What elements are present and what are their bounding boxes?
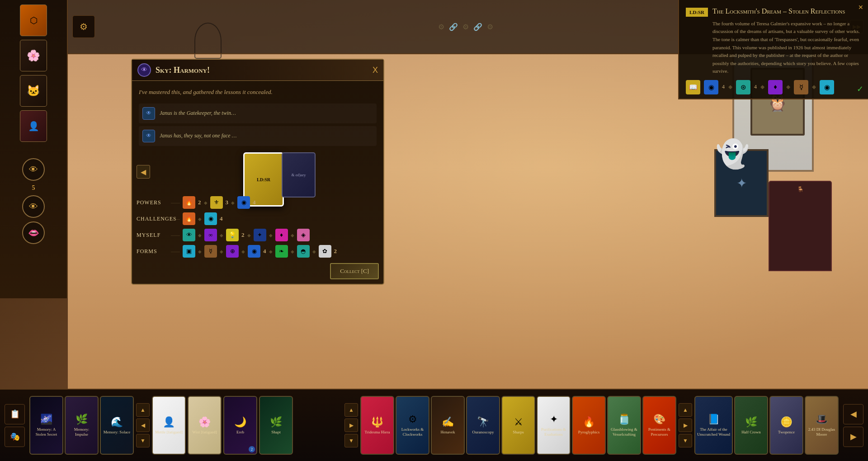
card-wist[interactable]: 🌸 Wist [fatigued] bbox=[188, 396, 222, 455]
lesson-1-text: Janus is the Gatekeeper, the twin… bbox=[160, 110, 236, 117]
dialog-title: Sky: Harmony! bbox=[156, 66, 368, 75]
card-ereb[interactable]: 🌙 Ereb 2 bbox=[223, 396, 257, 455]
myself-icon-4: ✦ bbox=[254, 229, 266, 241]
displayed-card-label: LD:SR bbox=[257, 177, 270, 182]
second-card-text: & ed)ary bbox=[291, 173, 306, 177]
challenges-icon-1: 🔥 bbox=[183, 212, 195, 225]
card-halfcrown[interactable]: 🌿 Half Crown bbox=[734, 396, 768, 455]
scroll-up-btn-2[interactable]: ▲ bbox=[344, 403, 358, 417]
purifications-label: Purifications & Exaltations bbox=[539, 427, 568, 437]
bottom-right-btn-1[interactable]: ◀ bbox=[843, 404, 863, 424]
glassblowing-icon: 🫙 bbox=[618, 414, 630, 425]
bottom-right-btn-2[interactable]: ▶ bbox=[843, 427, 863, 447]
memory-card-impulse[interactable]: 🌿 Memory: Impulse bbox=[65, 396, 99, 455]
card-shapt[interactable]: 🌿 Shapt bbox=[259, 396, 293, 455]
forms-val-2: 2 bbox=[334, 248, 337, 255]
memory-card-solace[interactable]: 🌊 Memory: Solace bbox=[100, 396, 134, 455]
req-icon-6: ◉ bbox=[820, 80, 834, 94]
sidebar-card-4[interactable]: 👤 bbox=[20, 110, 47, 142]
req-icon-1: 📖 bbox=[686, 80, 700, 94]
card-tridesma[interactable]: 🔱 Tridesma Hiera bbox=[360, 396, 394, 455]
halfcrown-label: Half Crown bbox=[741, 430, 761, 435]
card-sharps[interactable]: ⚔ Sharps bbox=[501, 396, 535, 455]
douglas-label: 2.43 DI Douglas Moore bbox=[807, 427, 836, 437]
lockworks-icon: ⚙ bbox=[408, 414, 417, 425]
dialog-nav-arrow[interactable]: ◀ bbox=[137, 165, 150, 179]
scroll-down-btn[interactable]: ▼ bbox=[136, 434, 150, 447]
mid-scroll-controls: ▲ ▶ ▼ bbox=[344, 403, 358, 447]
tridesma-label: Tridesma Hiera bbox=[365, 430, 390, 435]
sharps-icon: ⚔ bbox=[514, 416, 523, 428]
card-affair[interactable]: 📘 The Affair of the Unscratched Wound bbox=[694, 396, 733, 455]
card-purifications[interactable]: ✦ Purifications & Exaltations bbox=[537, 396, 571, 455]
card-pyroglyphics[interactable]: 🔥 Pyroglyphics bbox=[572, 396, 606, 455]
card-lockworks[interactable]: ⚙ Lockworks & Clockworks bbox=[396, 396, 429, 455]
book-description: The fourth volume of Teresa Galmier's ex… bbox=[712, 20, 861, 75]
collect-button[interactable]: Collect [C] bbox=[330, 263, 379, 279]
card-mettle[interactable]: 👤 Mettle [fatigued] bbox=[152, 396, 186, 455]
myself-val-1: 2 bbox=[241, 231, 245, 239]
purifications-icon: ✦ bbox=[550, 414, 558, 425]
displayed-card-second[interactable]: & ed)ary bbox=[282, 152, 316, 198]
powers-val-3: 4 bbox=[253, 199, 256, 206]
shapt-label: Shapt bbox=[271, 430, 281, 435]
memory-card-secret[interactable]: 🌌 Memory: A Stolen Secret bbox=[29, 396, 63, 455]
forms-label: Forms bbox=[137, 248, 168, 255]
req-icon-4: ♦ bbox=[768, 80, 783, 94]
card-henavek[interactable]: ✍ Henavek bbox=[431, 396, 465, 455]
forms-icon-5: ❧ bbox=[275, 245, 288, 258]
right-cards-area: 📘 The Affair of the Unscratched Wound 🌿 … bbox=[692, 390, 841, 461]
challenges-icon-2: ◉ bbox=[204, 212, 217, 225]
ereb-label: Ereb bbox=[236, 430, 244, 435]
req-icon-2: ◉ bbox=[704, 80, 718, 94]
scroll-down-btn-3[interactable]: ▼ bbox=[679, 434, 692, 447]
scroll-up-btn[interactable]: ▲ bbox=[136, 403, 150, 417]
sharps-label: Sharps bbox=[513, 430, 524, 435]
req-icon-3: ⊛ bbox=[736, 80, 750, 94]
lesson-2-text: Janus has, they say, not one face … bbox=[160, 132, 236, 139]
gear-icon-top[interactable]: ⚙ bbox=[72, 15, 95, 38]
req-icon-5: ☿ bbox=[794, 80, 808, 94]
twopence-label: Twopence bbox=[778, 430, 795, 435]
eye-icon-sidebar[interactable]: 👁 bbox=[22, 158, 45, 181]
bottom-action-btn-2[interactable]: 🎭 bbox=[5, 427, 25, 447]
twopence-icon: 🪙 bbox=[780, 416, 793, 428]
chair: 🪑 bbox=[769, 181, 832, 271]
sidebar-card-3[interactable]: 🐱 bbox=[20, 75, 47, 107]
sidebar-card-1[interactable]: ⬡ bbox=[20, 5, 47, 36]
myself-label: Myself bbox=[137, 232, 168, 239]
powers-label: Powers bbox=[137, 199, 168, 206]
halfcrown-icon: 🌿 bbox=[745, 416, 757, 428]
henavek-label: Henavek bbox=[441, 430, 455, 435]
forms-icon-1: ▣ bbox=[183, 245, 195, 258]
scroll-left-btn[interactable]: ◀ bbox=[136, 419, 150, 432]
scroll-down-btn-2[interactable]: ▼ bbox=[344, 434, 358, 447]
lips-icon[interactable]: 👄 bbox=[22, 221, 45, 244]
eye-icon-2[interactable]: 👁 bbox=[22, 195, 45, 218]
challenges-row: Challenges —— 🔥 ◆ ◉ 4 bbox=[137, 212, 379, 225]
card-douglas[interactable]: 🎩 2.43 DI Douglas Moore bbox=[805, 396, 839, 455]
stats-section: Powers —— 🔥 2 ◆ ⚜ 3 ◆ ◉ 4 Challenges —— … bbox=[137, 196, 379, 261]
sidebar-card-2[interactable]: 🌸 bbox=[20, 40, 47, 71]
affair-icon: 📘 bbox=[708, 414, 720, 425]
forms-icon-4: ◉ bbox=[248, 245, 260, 258]
scroll-up-btn-3[interactable]: ▲ bbox=[679, 403, 692, 417]
lesson-1[interactable]: 👁 Janus is the Gatekeeper, the twin… bbox=[139, 103, 377, 123]
card-twopence[interactable]: 🪙 Twopence bbox=[769, 396, 803, 455]
bottom-action-btn-1[interactable]: 📋 bbox=[5, 404, 25, 424]
pyroglyphics-label: Pyroglyphics bbox=[578, 430, 600, 435]
bottom-right-actions: ◀ ▶ bbox=[841, 402, 866, 449]
card-pentiments[interactable]: 🎨 Pentiments & Precursors bbox=[642, 396, 676, 455]
bottom-bar: 📋 🎭 🌌 Memory: A Stolen Secret 🌿 Memory: … bbox=[0, 389, 868, 461]
card-ouranoscopy[interactable]: 🔭 Ouranoscopy bbox=[466, 396, 500, 455]
scroll-right-btn[interactable]: ▶ bbox=[344, 419, 358, 432]
scroll-right-btn-2[interactable]: ▶ bbox=[679, 419, 692, 432]
affair-label: The Affair of the Unscratched Wound bbox=[697, 427, 730, 437]
lesson-2[interactable]: 👁 Janus has, they say, not one face … bbox=[139, 126, 377, 146]
character-spirit: 👻 bbox=[714, 113, 750, 194]
dialog-close-button[interactable]: X bbox=[373, 66, 378, 75]
right-panel-close-button[interactable]: ✕ bbox=[858, 4, 863, 11]
card-glassblowing[interactable]: 🫙 Glassblowing & Vesselcrafting bbox=[607, 396, 641, 455]
dialog-titlebar: 👁 Sky: Harmony! X bbox=[132, 60, 383, 81]
mettle-icon: 👤 bbox=[163, 416, 175, 428]
